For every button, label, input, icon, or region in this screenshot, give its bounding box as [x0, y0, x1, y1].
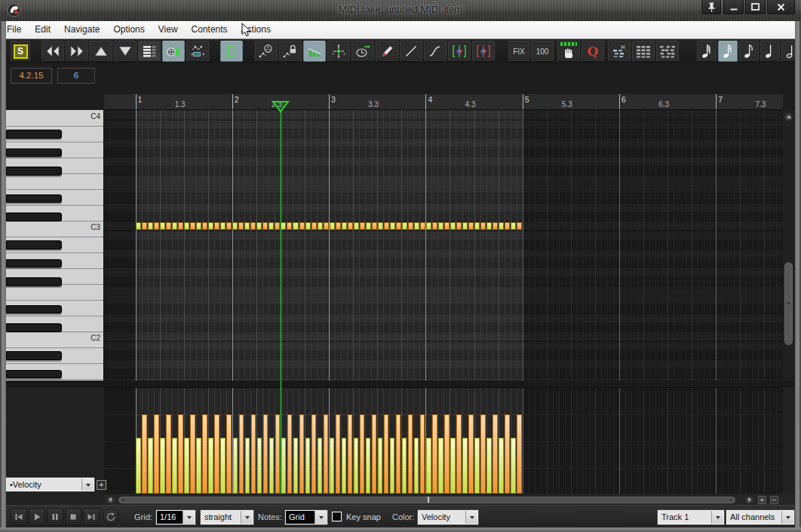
velocity-bar[interactable] — [511, 438, 515, 494]
velocity-bar[interactable] — [444, 414, 449, 494]
minimize-button[interactable] — [723, 0, 744, 14]
piano-black-key[interactable] — [6, 212, 62, 222]
note-snap-combo[interactable]: Grid — [285, 510, 327, 524]
velocity-bar[interactable] — [360, 414, 364, 494]
select-time-range-button[interactable] — [472, 41, 495, 62]
midi-note[interactable] — [426, 222, 431, 231]
draw-pencil-button[interactable] — [376, 41, 398, 62]
midi-note[interactable] — [136, 222, 141, 231]
menu-item-edit[interactable]: Edit — [28, 21, 57, 38]
midi-note[interactable] — [172, 222, 177, 231]
grid-size-combo[interactable]: 1/16 — [156, 510, 195, 524]
piano-black-key[interactable] — [6, 148, 62, 157]
velocity-bar[interactable] — [499, 438, 503, 494]
sync-button[interactable]: S — [11, 41, 30, 62]
midi-note[interactable] — [244, 222, 250, 231]
piano-black-key[interactable] — [6, 130, 62, 139]
midi-note[interactable] — [462, 222, 468, 231]
midi-note[interactable] — [499, 222, 504, 231]
midi-note[interactable] — [232, 222, 238, 231]
velocity-bar[interactable] — [336, 414, 340, 494]
midi-note[interactable] — [378, 222, 383, 231]
velocity-handles-button[interactable] — [303, 41, 326, 62]
edit-position-readout[interactable]: 4.2.15 — [11, 68, 52, 84]
next-measure-button[interactable] — [66, 41, 88, 62]
note-properties-readout[interactable]: 6 — [57, 68, 95, 84]
midi-note[interactable] — [444, 222, 450, 231]
velocity-bar[interactable] — [462, 438, 467, 494]
pause-button[interactable] — [47, 509, 63, 525]
velocity-bar[interactable] — [142, 414, 146, 494]
midi-note[interactable] — [142, 222, 147, 231]
go-to-end-button[interactable] — [83, 509, 100, 525]
velocity-bar[interactable] — [342, 438, 346, 494]
midi-note[interactable] — [184, 222, 189, 231]
fix-length-button[interactable]: FIX — [508, 41, 529, 62]
draw-line-button[interactable] — [400, 41, 422, 62]
midi-note[interactable] — [486, 222, 492, 231]
velocity-bar[interactable] — [354, 438, 358, 494]
velocity-bar[interactable] — [396, 414, 400, 494]
close-button[interactable] — [767, 0, 795, 14]
midi-note[interactable] — [366, 222, 371, 231]
velocity-bar[interactable] — [220, 438, 225, 494]
midi-note[interactable] — [293, 222, 298, 231]
zoom-out-button[interactable]: − — [770, 496, 778, 504]
track-combo[interactable]: Track 1 — [658, 510, 724, 524]
pitch-down-button[interactable] — [114, 41, 137, 62]
midi-note[interactable] — [269, 222, 274, 231]
note-length-time-button[interactable] — [351, 41, 374, 62]
velocity-bar[interactable] — [318, 438, 322, 494]
channel-combo[interactable]: All channels — [726, 510, 794, 524]
velocity-bar[interactable] — [208, 438, 213, 494]
envelope-view-button[interactable] — [186, 41, 209, 62]
midi-note[interactable] — [384, 222, 389, 231]
velocity-bar[interactable] — [432, 414, 437, 494]
midi-note[interactable] — [305, 222, 311, 231]
go-to-start-button[interactable] — [11, 509, 27, 525]
midi-note[interactable] — [438, 222, 443, 231]
midi-note[interactable] — [493, 222, 498, 231]
midi-note[interactable] — [390, 222, 395, 231]
midi-note[interactable] — [360, 222, 365, 231]
midi-note[interactable] — [238, 222, 244, 231]
hand-scroll-button[interactable] — [557, 41, 580, 62]
velocity-bar[interactable] — [196, 438, 201, 494]
piano-black-key[interactable] — [6, 240, 62, 249]
midi-note[interactable] — [214, 222, 219, 231]
midi-note[interactable] — [318, 222, 323, 231]
velocity-bar[interactable] — [378, 438, 382, 494]
midi-note[interactable] — [402, 222, 407, 231]
midi-note[interactable] — [196, 222, 201, 231]
velocity-bar[interactable] — [184, 438, 189, 494]
input-quantize-button[interactable] — [656, 41, 679, 62]
note-length-8th-button[interactable] — [739, 41, 759, 62]
velocity-bar[interactable] — [468, 414, 473, 494]
velocity-bar[interactable] — [493, 414, 497, 494]
midi-note[interactable] — [468, 222, 474, 231]
velocity-bar[interactable] — [245, 438, 250, 494]
spread-notes-button[interactable] — [327, 41, 350, 62]
piano-white-key[interactable] — [6, 332, 103, 348]
piano-black-key[interactable] — [6, 305, 62, 314]
piano-white-key[interactable] — [6, 285, 103, 301]
scroll-left-button[interactable] — [106, 496, 115, 504]
velocity-bar[interactable] — [281, 438, 286, 494]
piano-black-key[interactable] — [6, 167, 62, 176]
midi-note[interactable] — [511, 222, 516, 231]
midi-note[interactable] — [348, 222, 353, 231]
track-list-button[interactable] — [138, 41, 161, 62]
select-note-range-button[interactable] — [448, 41, 471, 62]
menu-item-options[interactable]: Options — [106, 21, 151, 38]
midi-note[interactable] — [396, 222, 401, 231]
swing-combo[interactable]: straight — [201, 510, 253, 524]
velocity-bar[interactable] — [269, 438, 274, 494]
midi-note[interactable] — [178, 222, 183, 231]
horizontal-scrollbar[interactable]: + − — [104, 494, 795, 505]
velocity-bar[interactable] — [372, 414, 376, 494]
midi-note[interactable] — [505, 222, 510, 231]
humanize-button[interactable]: H — [608, 41, 631, 62]
midi-note[interactable] — [456, 222, 462, 231]
velocity-bar[interactable] — [480, 414, 485, 494]
lock-button[interactable] — [279, 41, 302, 62]
